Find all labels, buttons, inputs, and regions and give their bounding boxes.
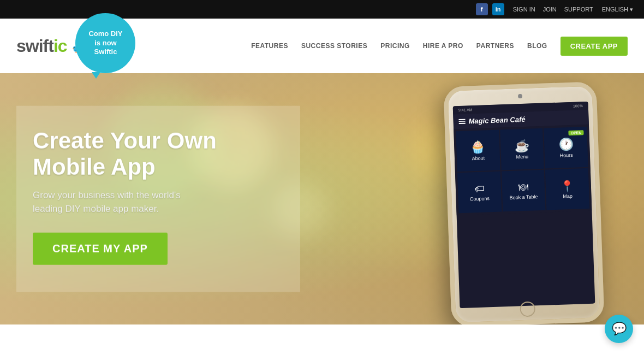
phone-container: 9:41 AM 100% Magic Bean Café 🧁: [426, 84, 611, 324]
grid-item-book-table[interactable]: 🍽 Book a Table: [502, 170, 546, 212]
linkedin-icon[interactable]: in: [492, 3, 504, 15]
phone-mockup: 9:41 AM 100% Magic Bean Café 🧁: [443, 81, 604, 324]
map-icon: 📍: [560, 180, 575, 192]
grid-item-coupons[interactable]: 🏷 Coupons: [457, 171, 502, 213]
social-icons: f in: [476, 3, 504, 15]
hero-panel: Create Your Own Mobile App Grow your bus…: [16, 106, 300, 292]
language-selector[interactable]: ENGLISH ▾: [602, 6, 633, 13]
about-icon: 🧁: [470, 141, 486, 154]
support-link[interactable]: SUPPORT: [564, 6, 593, 13]
grid-item-map[interactable]: 📍 Map: [545, 168, 589, 210]
map-label: Map: [563, 193, 573, 199]
hamburger-line-2: [459, 121, 466, 122]
hero-subtitle: Grow your business with the world's lead…: [33, 188, 278, 216]
nav-partners[interactable]: PARTNERS: [476, 42, 514, 50]
logo[interactable]: swiftic 🐦: [16, 36, 81, 56]
hero-subtitle-line2: leading DIY mobile app maker.: [33, 204, 159, 214]
grid-item-menu[interactable]: ☕ Menu: [500, 128, 544, 170]
language-label: ENGLISH: [602, 6, 628, 13]
bottom-section: A Big Solution for Small Businesses: [0, 324, 644, 354]
bubble-line2: is now: [94, 39, 116, 48]
chat-bubble-icon: 💬: [612, 322, 627, 336]
phone-battery: 100%: [573, 104, 583, 108]
menu-label: Menu: [516, 154, 529, 160]
hamburger-line-3: [459, 123, 466, 124]
facebook-icon[interactable]: f: [476, 3, 488, 15]
hours-icon: 🕐: [558, 138, 574, 151]
hero-section: Create Your Own Mobile App Grow your bus…: [0, 73, 644, 324]
grid-item-hours[interactable]: OPEN 🕐 Hours: [544, 127, 588, 169]
nav-features[interactable]: FEATURES: [251, 42, 288, 50]
nav-hire-a-pro[interactable]: HIRE A PRO: [423, 42, 463, 50]
hamburger-icon: [458, 119, 465, 124]
bubble-line1: Como DIY: [88, 30, 122, 39]
phone-grid: 🧁 About ☕ Menu OPEN 🕐 Hours: [454, 125, 592, 216]
bubble-line3: Swiftic: [94, 48, 117, 57]
about-label: About: [472, 155, 485, 161]
open-badge: OPEN: [568, 130, 583, 135]
phone-camera: [518, 94, 522, 98]
phone-app-title: Magic Bean Café: [468, 115, 526, 126]
hero-title: Create Your Own Mobile App: [33, 128, 278, 181]
hero-content: Create Your Own Mobile App Grow your bus…: [16, 106, 300, 292]
phone-home-button[interactable]: [520, 301, 535, 317]
lang-arrow-icon: ▾: [630, 6, 633, 13]
phone-screen: 9:41 AM 100% Magic Bean Café 🧁: [453, 102, 595, 308]
main-nav: FEATURES SUCCESS STORIES PRICING HIRE A …: [251, 37, 628, 56]
menu-icon: ☕: [514, 140, 529, 152]
phone-time: 9:41 AM: [458, 108, 473, 112]
coupons-icon: 🏷: [474, 184, 485, 194]
nav-pricing[interactable]: PRICING: [380, 42, 410, 50]
join-link[interactable]: JOIN: [543, 6, 557, 13]
book-table-label: Book a Table: [509, 194, 538, 200]
nav-success-stories[interactable]: SUCCESS STORIES: [301, 42, 367, 50]
nav-blog[interactable]: BLOG: [527, 42, 547, 50]
hamburger-line-1: [458, 119, 465, 120]
create-my-app-button[interactable]: CREATE MY APP: [33, 232, 168, 264]
coupons-label: Coupons: [470, 196, 490, 202]
chat-bubble-button[interactable]: 💬: [605, 315, 633, 343]
create-app-button[interactable]: CREATE APP: [560, 37, 628, 56]
signin-link[interactable]: SIGN IN: [513, 6, 535, 13]
grid-item-about[interactable]: 🧁 About: [456, 130, 500, 172]
hours-label: Hours: [559, 152, 573, 158]
top-bar-links: SIGN IN JOIN SUPPORT: [513, 6, 593, 13]
header: swiftic 🐦 Como DIY is now Swiftic FEATUR…: [0, 19, 644, 73]
book-table-icon: 🍽: [518, 182, 529, 193]
speech-bubble: Como DIY is now Swiftic: [75, 13, 135, 73]
logo-area: swiftic 🐦 Como DIY is now Swiftic: [16, 19, 135, 73]
hero-subtitle-line1: Grow your business with the world's: [33, 190, 181, 200]
